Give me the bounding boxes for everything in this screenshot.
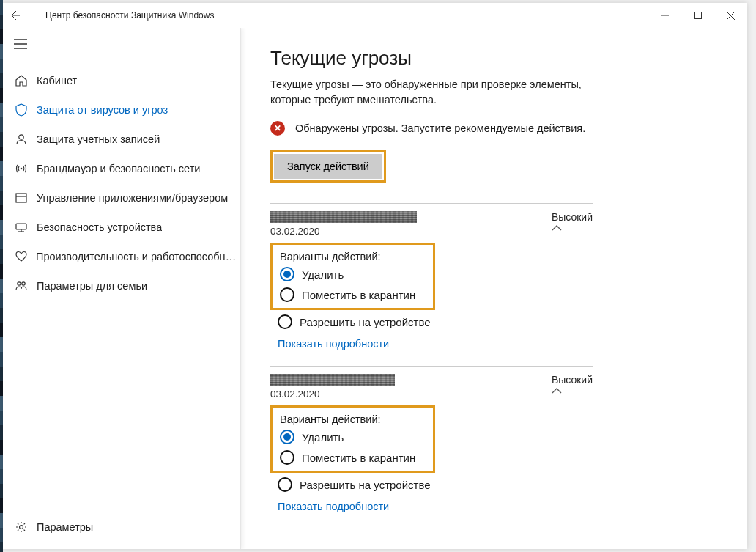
svg-rect-9 (16, 194, 26, 202)
family-icon (15, 279, 37, 292)
page-description: Текущие угрозы — это обнаруженные при пр… (270, 77, 593, 108)
radio-icon (280, 287, 294, 302)
device-icon (15, 221, 37, 234)
sidebar-item-label: Параметры (37, 521, 93, 533)
svg-point-15 (22, 282, 25, 285)
hamburger-button[interactable] (3, 28, 38, 60)
option-label: Удалить (302, 431, 344, 444)
sidebar-item-account-protection[interactable]: Защита учетных записей (3, 125, 240, 154)
app-window-icon (15, 191, 37, 205)
sidebar-item-label: Кабинет (37, 75, 77, 87)
sidebar-item-label: Управление приложениями/браузером (37, 192, 228, 204)
option-label: Поместить в карантин (302, 289, 415, 301)
sidebar-footer: Параметры (3, 512, 240, 549)
maximize-icon (694, 12, 702, 19)
shield-icon (15, 103, 37, 117)
back-button[interactable] (9, 10, 38, 21)
sidebar-item-family[interactable]: Параметры для семьи (3, 271, 240, 301)
chevron-up-icon (552, 224, 562, 232)
svg-rect-1 (694, 12, 701, 19)
error-icon: ✕ (270, 121, 285, 136)
svg-point-8 (21, 168, 23, 170)
radio-icon (280, 267, 294, 281)
run-actions-button[interactable]: Запуск действий (274, 154, 382, 179)
threat-name-redacted (270, 374, 395, 386)
threat-item: 03.02.2020 Высокий Варианты действий: Уд… (270, 366, 593, 512)
main-content: Текущие угрозы Текущие угрозы — это обна… (241, 28, 747, 549)
show-details-link[interactable]: Показать подробности (278, 501, 593, 512)
option-label: Разрешить на устройстве (300, 479, 431, 491)
sidebar: Кабинет Защита от вирусов и угроз Защита… (3, 28, 241, 549)
options-title: Варианты действий: (280, 413, 426, 425)
show-details-link[interactable]: Показать подробности (278, 338, 593, 350)
minimize-button[interactable] (648, 3, 681, 28)
option-delete[interactable]: Удалить (280, 430, 426, 444)
close-button[interactable] (714, 3, 747, 28)
option-delete[interactable]: Удалить (280, 267, 426, 281)
svg-point-7 (19, 135, 23, 139)
heart-rate-icon (15, 250, 36, 263)
highlight-options: Варианты действий: Удалить Поместить в к… (270, 243, 435, 310)
gear-icon (15, 520, 37, 534)
window-controls (648, 3, 747, 28)
close-icon (727, 12, 735, 20)
collapse-toggle[interactable] (552, 387, 593, 394)
option-label: Удалить (302, 268, 344, 281)
threat-name-redacted (270, 211, 417, 223)
sidebar-item-home[interactable]: Кабинет (3, 66, 240, 95)
minimize-icon (662, 12, 669, 19)
threat-item: 03.02.2020 Высокий Варианты действий: Уд… (270, 203, 593, 350)
sidebar-item-label: Производительность и работоспособность (36, 251, 240, 262)
threat-severity: Высокий (552, 374, 593, 386)
sidebar-item-virus-protection[interactable]: Защита от вирусов и угроз (3, 95, 240, 125)
radio-icon (278, 477, 292, 492)
svg-point-16 (20, 526, 23, 529)
option-quarantine[interactable]: Поместить в карантин (280, 287, 426, 302)
option-label: Поместить в карантин (302, 452, 415, 464)
radio-icon (280, 450, 294, 465)
option-allow[interactable]: Разрешить на устройстве (278, 314, 593, 329)
highlight-run-actions: Запуск действий (270, 150, 386, 183)
sidebar-item-label: Безопасность устройства (37, 221, 162, 233)
threat-date: 03.02.2020 (270, 226, 552, 237)
threat-status-text: Обнаружены угрозы. Запустите рекомендуем… (295, 122, 585, 134)
collapse-toggle[interactable] (552, 224, 593, 232)
sidebar-item-performance[interactable]: Производительность и работоспособность (3, 242, 240, 271)
option-allow[interactable]: Разрешить на устройстве (278, 477, 593, 492)
app-window: Центр безопасности Защитника Windows Каб… (3, 3, 747, 549)
page-heading: Текущие угрозы (270, 47, 725, 70)
svg-point-14 (18, 282, 21, 285)
option-label: Разрешить на устройстве (300, 316, 431, 328)
sidebar-item-firewall[interactable]: Брандмауэр и безопасность сети (3, 154, 240, 183)
hamburger-icon (14, 39, 27, 49)
sidebar-item-label: Защита учетных записей (37, 133, 160, 145)
nav-list: Кабинет Защита от вирусов и угроз Защита… (3, 60, 240, 512)
threat-status-row: ✕ Обнаружены угрозы. Запустите рекоменду… (270, 121, 725, 136)
titlebar: Центр безопасности Защитника Windows (3, 3, 747, 28)
highlight-options: Варианты действий: Удалить Поместить в к… (270, 405, 435, 473)
svg-rect-11 (16, 224, 26, 229)
sidebar-item-label: Брандмауэр и безопасность сети (37, 163, 200, 174)
radio-icon (280, 430, 294, 444)
sidebar-item-app-control[interactable]: Управление приложениями/браузером (3, 183, 240, 213)
option-quarantine[interactable]: Поместить в карантин (280, 450, 426, 465)
sidebar-item-label: Защита от вирусов и угроз (37, 104, 168, 116)
home-icon (15, 74, 37, 87)
person-icon (15, 133, 37, 146)
options-title: Варианты действий: (280, 251, 426, 262)
sidebar-item-label: Параметры для семьи (37, 280, 147, 292)
maximize-button[interactable] (681, 3, 714, 28)
window-title: Центр безопасности Защитника Windows (38, 10, 648, 21)
threat-severity: Высокий (552, 211, 593, 223)
chevron-up-icon (552, 387, 562, 394)
radio-icon (278, 314, 292, 329)
threat-date: 03.02.2020 (270, 389, 552, 400)
sidebar-item-settings[interactable]: Параметры (3, 512, 240, 542)
sidebar-item-device-security[interactable]: Безопасность устройства (3, 213, 240, 242)
arrow-left-icon (9, 10, 21, 21)
antenna-icon (15, 162, 37, 175)
